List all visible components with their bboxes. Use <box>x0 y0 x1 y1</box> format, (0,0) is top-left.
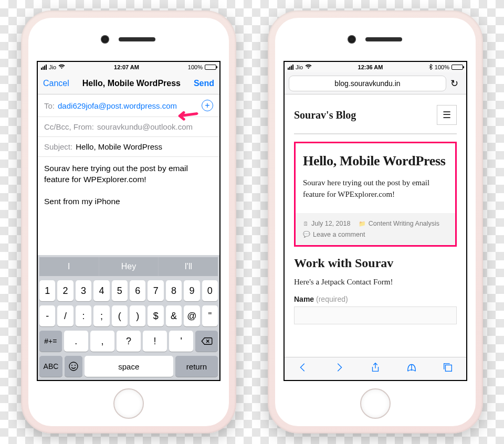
blog-header: Sourav's Blog ☰ <box>294 102 457 134</box>
key-dollar[interactable]: $ <box>148 305 163 326</box>
key-return[interactable]: return <box>175 356 218 377</box>
battery-icon <box>205 65 216 70</box>
ccbcc-label: Cc/Bcc, From: <box>44 122 94 131</box>
tabs-button[interactable] <box>442 362 454 376</box>
screen-mail: Jio 12:07 AM 100% Cancel Hello, Mobile W… <box>37 61 220 381</box>
speaker-area <box>28 18 229 61</box>
svg-point-0 <box>69 362 78 371</box>
blog-site-title[interactable]: Sourav's Blog <box>294 109 356 121</box>
key-at[interactable]: @ <box>184 305 200 326</box>
share-button[interactable] <box>370 362 381 376</box>
url-text: blog.souravkundu.in <box>334 79 400 88</box>
key-space[interactable]: space <box>85 356 173 377</box>
wifi-icon <box>305 64 312 70</box>
cancel-button[interactable]: Cancel <box>43 79 69 88</box>
speaker-grille-icon <box>365 37 402 41</box>
key-3[interactable]: 3 <box>76 280 91 301</box>
speaker-area-right <box>275 18 476 61</box>
key-lparen[interactable]: ( <box>112 305 128 326</box>
post-meta: 🗓 July 12, 2018 📁 Content Writing Analys… <box>296 213 455 246</box>
ccbcc-field[interactable]: Cc/Bcc, From: souravkundu@outlook.com <box>38 117 219 137</box>
key-2[interactable]: 2 <box>57 280 73 301</box>
menu-button[interactable]: ☰ <box>437 105 457 125</box>
key-6[interactable]: 6 <box>130 280 145 301</box>
key-amp[interactable]: & <box>166 305 182 326</box>
status-bar-right: Jio 12:36 AM 100% <box>285 62 466 72</box>
url-bar[interactable]: blog.souravkundu.in <box>289 76 446 91</box>
key-period[interactable]: . <box>64 331 88 352</box>
key-colon[interactable]: : <box>76 305 91 326</box>
suggestion-row: I Hey I'll <box>39 257 218 276</box>
key-shift[interactable]: #+= <box>39 331 62 352</box>
add-contact-button[interactable]: + <box>202 100 213 111</box>
post-date[interactable]: 🗓 July 12, 2018 <box>303 218 350 229</box>
carrier-label: Jio <box>49 64 56 70</box>
post-title[interactable]: Hello, Mobile WordPress <box>303 153 448 169</box>
post-excerpt: Sourav here trying out the post by email… <box>303 177 448 200</box>
key-abc[interactable]: ABC <box>39 356 62 377</box>
battery-icon <box>452 65 463 70</box>
suggestion-2[interactable]: Hey <box>99 257 159 276</box>
to-field[interactable]: To: dadi629jofa@post.wordpress.com + <box>38 94 219 117</box>
body-line-1: Sourav here trying out the post by email… <box>44 163 213 185</box>
clock: 12:07 AM <box>114 64 139 70</box>
mail-title: Hello, Mobile WordPress <box>69 79 194 88</box>
key-exclaim[interactable]: ! <box>143 331 167 352</box>
key-8[interactable]: 8 <box>166 280 182 301</box>
post-highlight-box: Hello, Mobile WordPress Sourav here tryi… <box>294 142 457 247</box>
key-apostrophe[interactable]: ' <box>169 331 193 352</box>
name-input[interactable] <box>294 306 457 324</box>
symbol-row: - / : ; ( ) $ & @ " <box>39 305 218 326</box>
carrier-label: Jio <box>296 64 303 70</box>
form-label-name: Name (required) <box>294 295 457 303</box>
send-button[interactable]: Send <box>194 79 214 88</box>
bookmarks-button[interactable] <box>406 362 417 376</box>
screen-safari: Jio 12:36 AM 100% blog.souravkund <box>284 61 467 381</box>
post-comment-link[interactable]: 💬 Leave a comment <box>303 229 365 240</box>
mail-nav: Cancel Hello, Mobile WordPress Send <box>38 72 219 94</box>
key-rparen[interactable]: ) <box>130 305 145 326</box>
key-comma[interactable]: , <box>90 331 114 352</box>
section-text: Here's a Jetpack Contact Form! <box>294 278 457 287</box>
svg-point-1 <box>71 365 72 366</box>
front-camera-icon <box>102 36 108 43</box>
battery-pct: 100% <box>435 64 449 70</box>
key-1[interactable]: 1 <box>39 280 55 301</box>
back-button[interactable] <box>297 362 309 376</box>
clock: 12:36 AM <box>358 64 383 70</box>
phone-inner: Jio 12:07 AM 100% Cancel Hello, Mobile W… <box>28 18 229 426</box>
key-9[interactable]: 9 <box>184 280 200 301</box>
key-semicolon[interactable]: ; <box>93 305 109 326</box>
keyboard: I Hey I'll 1 2 3 4 5 6 7 8 9 0 - <box>38 255 219 380</box>
svg-rect-3 <box>446 365 452 371</box>
suggestion-1[interactable]: I <box>39 257 99 276</box>
key-0[interactable]: 0 <box>202 280 218 301</box>
key-question[interactable]: ? <box>117 331 141 352</box>
key-emoji[interactable] <box>65 356 82 377</box>
home-button[interactable] <box>360 388 391 419</box>
key-backspace[interactable] <box>195 331 218 352</box>
to-value: dadi629jofa@post.wordpress.com <box>58 101 177 110</box>
key-4[interactable]: 4 <box>93 280 109 301</box>
bluetooth-icon <box>429 64 433 71</box>
key-slash[interactable]: / <box>57 305 73 326</box>
mail-body[interactable]: Sourav here trying out the post by email… <box>38 157 219 255</box>
body-line-2: Sent from my iPhone <box>44 196 213 207</box>
battery-pct: 100% <box>188 64 203 70</box>
reload-button[interactable]: ↻ <box>446 78 462 89</box>
from-value: souravkundu@outlook.com <box>97 122 193 131</box>
comment-icon: 💬 <box>303 230 310 239</box>
key-5[interactable]: 5 <box>112 280 128 301</box>
post-category[interactable]: 📁 Content Writing Analysis <box>359 218 439 229</box>
svg-point-2 <box>75 365 76 366</box>
suggestion-3[interactable]: I'll <box>159 257 218 276</box>
forward-button[interactable] <box>333 362 345 376</box>
subject-field[interactable]: Subject: Hello, Mobile WordPress <box>38 137 219 157</box>
home-button[interactable] <box>113 388 144 419</box>
signal-icon <box>288 65 293 70</box>
key-quote[interactable]: " <box>202 305 218 326</box>
blog-content[interactable]: Sourav's Blog ☰ Hello, Mobile WordPress … <box>285 94 466 357</box>
key-dash[interactable]: - <box>39 305 55 326</box>
calendar-icon: 🗓 <box>303 219 309 229</box>
key-7[interactable]: 7 <box>148 280 163 301</box>
